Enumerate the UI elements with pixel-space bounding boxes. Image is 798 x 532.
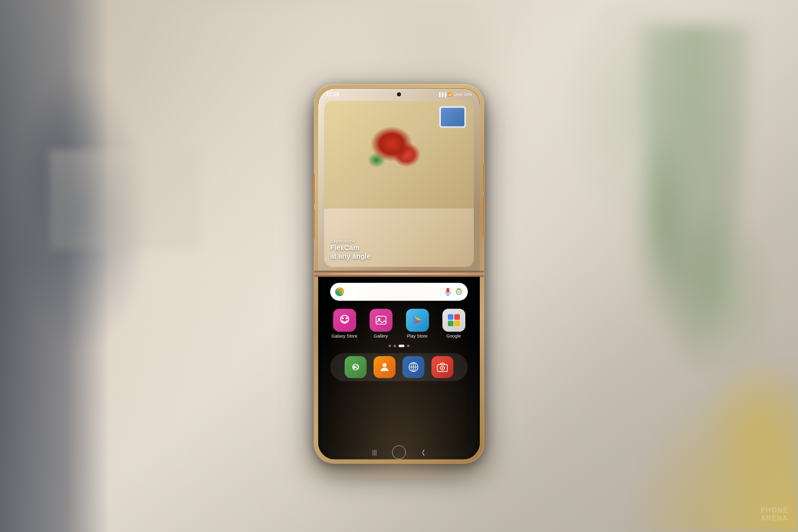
volume-button-left-down[interactable]: [313, 209, 315, 239]
svg-point-15: [383, 363, 387, 367]
app-icons-row: Galaxy Store Gallery: [318, 309, 480, 339]
flexcam-widget[interactable]: Experience FlexCam at any angle: [324, 101, 474, 267]
dock-contacts[interactable]: [374, 356, 396, 378]
nav-bar: ||| ❬: [318, 445, 480, 459]
nav-home-icon[interactable]: [392, 445, 406, 459]
flexcam-text-overlay: Experience FlexCam at any angle: [330, 239, 371, 261]
lens-search-icon[interactable]: [455, 288, 463, 296]
front-camera: [397, 92, 401, 96]
dot-4[interactable]: [407, 345, 409, 347]
google-search-bar[interactable]: G: [330, 283, 467, 301]
svg-point-7: [346, 317, 348, 319]
svg-rect-12: [448, 321, 453, 326]
svg-point-22: [441, 367, 443, 368]
wifi-icon: 📶: [447, 92, 452, 97]
app-item-google[interactable]: Google: [440, 309, 467, 339]
nav-recents-icon[interactable]: |||: [372, 449, 377, 456]
svg-rect-11: [454, 314, 460, 320]
google-label: Google: [446, 334, 461, 339]
gallery-label: Gallery: [374, 334, 388, 339]
screen-bottom-half: G: [318, 277, 480, 459]
galaxy-store-label: Galaxy Store: [331, 334, 357, 339]
dock-camera[interactable]: [431, 356, 453, 378]
svg-point-4: [458, 291, 460, 293]
phone-shell: 12:29 ▐▐▐ 📶 LIVE 33%: [314, 84, 484, 463]
svg-rect-8: [376, 316, 386, 324]
signal-icon: ▐▐▐: [437, 92, 446, 97]
watermark-line2: ARENA: [761, 515, 788, 522]
watermark: PHONE ARENA: [761, 507, 788, 522]
svg-point-6: [342, 317, 344, 319]
dock-phone[interactable]: [345, 356, 367, 378]
svg-rect-13: [454, 321, 460, 326]
nav-back-icon[interactable]: ❬: [421, 449, 426, 456]
flexcam-main-text: FlexCam at any angle: [330, 244, 371, 261]
google-app-icon[interactable]: [442, 309, 465, 332]
status-icons: ▐▐▐ 📶 LIVE 33%: [437, 92, 472, 97]
voice-search-icon[interactable]: [444, 288, 452, 296]
galaxy-store-icon[interactable]: [333, 309, 356, 332]
dot-3-active[interactable]: [399, 345, 404, 347]
app-item-gallery[interactable]: Gallery: [367, 309, 395, 339]
svg-rect-0: [446, 288, 449, 293]
play-store-label: Play Store: [407, 334, 428, 339]
battery-icon: LIVE 33%: [454, 92, 472, 97]
google-g-logo: G: [335, 287, 344, 296]
dot-1[interactable]: [389, 345, 391, 347]
dot-2[interactable]: [394, 345, 396, 347]
mini-phone-image: [439, 106, 466, 128]
svg-rect-10: [448, 314, 453, 320]
play-store-icon[interactable]: [406, 309, 429, 332]
app-item-play-store[interactable]: Play Store: [403, 309, 431, 339]
volume-button-left-up[interactable]: [313, 174, 315, 204]
screen-top-half: 12:29 ▐▐▐ 📶 LIVE 33%: [318, 88, 480, 271]
app-item-galaxy-store[interactable]: Galaxy Store: [331, 309, 358, 339]
hinge-shine: [319, 273, 479, 274]
phone-device: 12:29 ▐▐▐ 📶 LIVE 33%: [314, 84, 484, 463]
experience-label: Experience: [330, 239, 371, 244]
status-time: 12:29: [326, 92, 339, 97]
gallery-icon[interactable]: [370, 309, 393, 332]
volume-button-right[interactable]: [483, 196, 485, 236]
watermark-line1: PHONE: [761, 507, 788, 514]
page-indicator: [389, 345, 409, 347]
dock-browser[interactable]: [402, 356, 424, 378]
power-button[interactable]: [483, 164, 485, 191]
app-dock: [330, 353, 467, 381]
flexcam-content: Experience FlexCam at any angle: [324, 101, 474, 267]
